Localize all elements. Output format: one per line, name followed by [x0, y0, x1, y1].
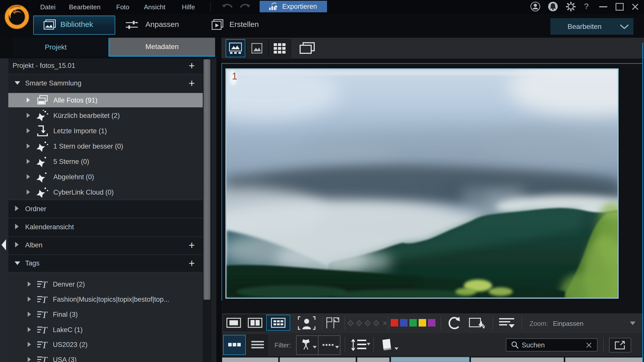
svg-text:T: T	[42, 310, 48, 320]
svg-text:T: T	[42, 280, 48, 290]
svg-text:T: T	[42, 355, 48, 362]
svg-text:T: T	[42, 325, 48, 335]
svg-text:T: T	[42, 340, 48, 350]
svg-text:T: T	[42, 295, 48, 305]
